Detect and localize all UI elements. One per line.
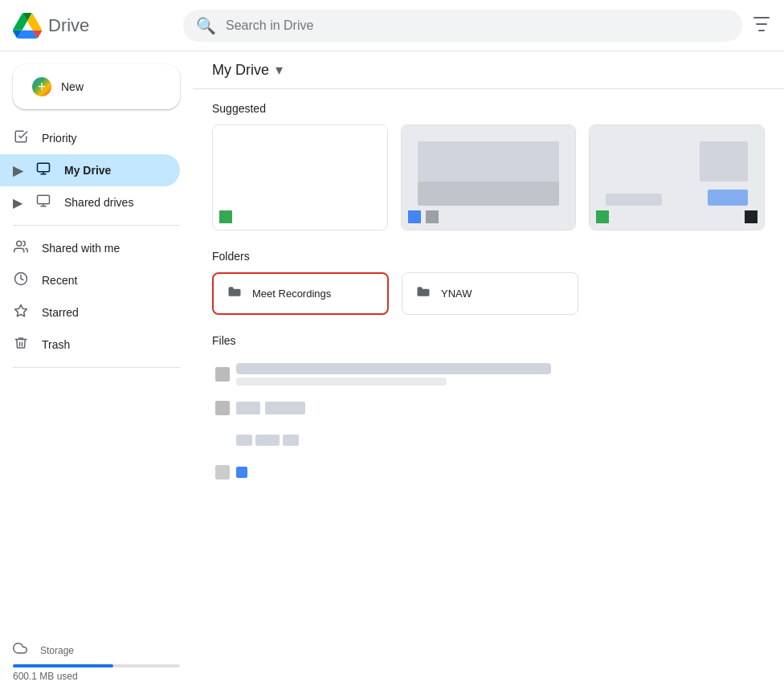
folder-ynaw[interactable]: YNAW bbox=[402, 272, 578, 315]
sidebar-label-shared-drives: Shared drives bbox=[64, 196, 133, 209]
preview-2-bar bbox=[418, 182, 560, 206]
file-item-2[interactable] bbox=[212, 392, 765, 424]
sidebar-divider-2 bbox=[13, 367, 180, 368]
drive-logo-icon bbox=[13, 11, 42, 40]
logo-area: Drive bbox=[13, 11, 174, 40]
file-blur-2b bbox=[265, 402, 305, 414]
file-icon-2 bbox=[215, 401, 230, 415]
sidebar-label-my-drive: My Drive bbox=[64, 164, 111, 177]
file-blur-3b bbox=[255, 435, 280, 446]
svg-rect-0 bbox=[38, 163, 50, 172]
sidebar-item-shared-with-me[interactable]: Shared with me bbox=[0, 232, 180, 264]
recent-icon bbox=[13, 271, 29, 290]
storage-bar bbox=[13, 664, 180, 667]
preview-3-bar bbox=[606, 194, 662, 206]
top-bar: Drive 🔍 bbox=[0, 0, 784, 51]
folder-meet-recordings[interactable]: Meet Recordings bbox=[212, 272, 389, 315]
file-icon-4 bbox=[215, 465, 230, 480]
file-item-3[interactable] bbox=[212, 424, 765, 456]
search-icon: 🔍 bbox=[196, 16, 216, 35]
sidebar-label-priority: Priority bbox=[42, 132, 77, 145]
preview-3-blue-box bbox=[708, 190, 748, 206]
folder-icon-meet-recordings bbox=[227, 284, 243, 304]
storage-section: Storage 600.1 MB used bbox=[0, 631, 193, 692]
file-meta-blur-1 bbox=[236, 378, 447, 386]
storage-label: Storage bbox=[40, 645, 74, 656]
folders-section: Folders Meet Recordings YNAW bbox=[212, 250, 765, 315]
card-preview-3 bbox=[590, 125, 764, 230]
suggested-card-3[interactable] bbox=[589, 124, 765, 231]
app-title: Drive bbox=[48, 15, 89, 36]
card-preview-2 bbox=[402, 125, 576, 230]
storage-bar-fill bbox=[13, 664, 113, 667]
drive-header: My Drive ▾ bbox=[193, 51, 784, 89]
sidebar-item-recent[interactable]: Recent bbox=[0, 264, 180, 296]
suggested-card-1[interactable] bbox=[212, 124, 388, 231]
svg-marker-4 bbox=[15, 304, 27, 316]
sidebar-label-shared-with-me: Shared with me bbox=[42, 242, 120, 255]
preview-3-black-square bbox=[745, 210, 757, 223]
svg-rect-1 bbox=[38, 195, 50, 204]
files-list bbox=[212, 357, 765, 488]
sidebar-label-starred: Starred bbox=[42, 306, 79, 319]
folders-grid: Meet Recordings YNAW bbox=[212, 272, 765, 315]
preview-1-green-square bbox=[219, 210, 232, 223]
preview-3-green-square bbox=[596, 210, 609, 223]
sidebar-item-my-drive[interactable]: ▶ My Drive bbox=[0, 154, 180, 186]
search-input[interactable] bbox=[226, 18, 729, 33]
folder-name-ynaw: YNAW bbox=[441, 288, 472, 300]
folders-title: Folders bbox=[212, 250, 765, 263]
sidebar-label-recent: Recent bbox=[42, 274, 77, 287]
drive-title: My Drive bbox=[212, 62, 269, 79]
sidebar-item-shared-drives[interactable]: ▶ Shared drives bbox=[0, 186, 180, 218]
folder-name-meet-recordings: Meet Recordings bbox=[252, 288, 331, 300]
suggested-grid bbox=[212, 124, 765, 231]
filter-icon[interactable] bbox=[752, 14, 771, 37]
storage-usage: 600.1 MB used bbox=[13, 671, 180, 682]
file-icon-1 bbox=[215, 367, 230, 382]
files-title: Files bbox=[212, 334, 765, 347]
suggested-section: Suggested bbox=[212, 102, 765, 231]
my-drive-icon bbox=[35, 161, 51, 180]
content-area: My Drive ▾ Suggested bbox=[193, 51, 784, 698]
sidebar-label-trash: Trash bbox=[42, 338, 70, 351]
file-item-1[interactable] bbox=[212, 357, 765, 392]
sidebar-item-starred[interactable]: Starred bbox=[0, 296, 180, 329]
trash-icon bbox=[13, 336, 29, 354]
folder-icon-ynaw bbox=[415, 284, 431, 304]
file-blur-3c bbox=[283, 435, 299, 446]
preview-3-top-right bbox=[700, 141, 748, 182]
file-item-4[interactable] bbox=[212, 456, 765, 488]
svg-point-2 bbox=[17, 241, 22, 246]
files-section: Files bbox=[212, 334, 765, 488]
chevron-right-icon: ▶ bbox=[13, 163, 22, 178]
storage-icon bbox=[13, 641, 27, 659]
chevron-right-icon-shared: ▶ bbox=[13, 195, 22, 210]
plus-icon: + bbox=[32, 77, 51, 96]
new-button[interactable]: + New bbox=[13, 64, 180, 109]
file-blur-3a bbox=[236, 435, 252, 446]
sidebar-divider bbox=[13, 225, 180, 226]
drive-dropdown-arrow[interactable]: ▾ bbox=[276, 61, 283, 79]
file-blur-2a bbox=[236, 402, 260, 414]
file-blue-tag bbox=[236, 467, 247, 478]
sidebar-item-priority[interactable]: Priority bbox=[0, 122, 180, 154]
suggested-title: Suggested bbox=[212, 102, 765, 115]
shared-drives-icon bbox=[35, 194, 51, 212]
card-preview-1 bbox=[213, 125, 387, 230]
starred-icon bbox=[13, 304, 29, 322]
preview-2-blue-square bbox=[408, 210, 421, 223]
priority-icon bbox=[13, 129, 29, 148]
shared-with-me-icon bbox=[13, 239, 29, 258]
preview-2-gray-square bbox=[426, 210, 439, 223]
sidebar-item-trash[interactable]: Trash bbox=[0, 329, 180, 361]
sidebar: + New Priority ▶ My Drive ▶ Shared drive… bbox=[0, 51, 193, 698]
search-bar[interactable]: 🔍 bbox=[183, 10, 742, 42]
file-name-blur-1 bbox=[236, 363, 551, 374]
suggested-card-2[interactable] bbox=[401, 124, 577, 231]
